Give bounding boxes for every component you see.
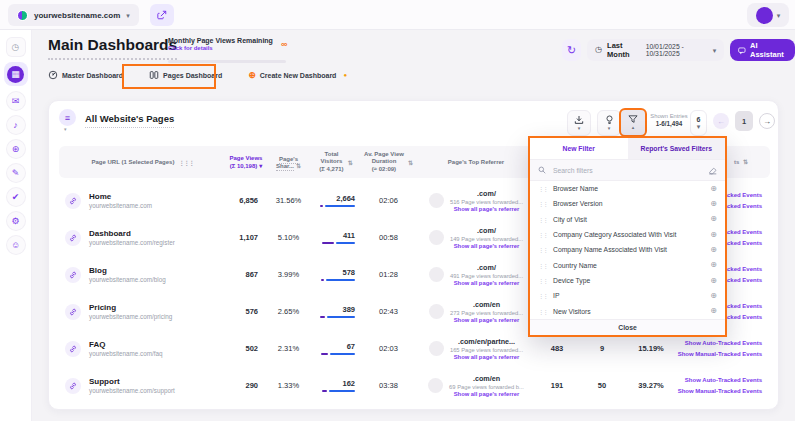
- referrer-domain[interactable]: .com/: [477, 263, 496, 272]
- insights-button[interactable]: ▾: [597, 110, 621, 136]
- pagination-next-button[interactable]: →: [759, 113, 775, 129]
- show-all-referrer-link[interactable]: Show all page's referrer: [454, 280, 520, 286]
- table-menu-icon[interactable]: ≡: [59, 109, 76, 126]
- drag-handle-icon[interactable]: ⋮⋮: [538, 277, 547, 284]
- add-filter-icon[interactable]: ⊕: [710, 292, 717, 300]
- column-av-duration[interactable]: Av. Page ViewDuration(≈ 02:09) ⇅: [361, 151, 416, 174]
- add-filter-icon[interactable]: ⊕: [710, 307, 717, 315]
- column-page-url[interactable]: Page URL (1 Selected Pages) ⋮⋮⋮: [59, 159, 226, 166]
- eraser-icon[interactable]: [708, 166, 717, 175]
- page-name[interactable]: Support: [89, 377, 175, 386]
- search-filters-input[interactable]: [551, 166, 703, 175]
- column-total-visitors[interactable]: TotalVisitors(Σ 4,271) ⇅: [311, 151, 361, 174]
- sidebar-item-notes[interactable]: ✎: [7, 164, 25, 182]
- link-icon[interactable]: [65, 193, 81, 209]
- link-icon[interactable]: [65, 341, 81, 357]
- sidebar-item-profile[interactable]: ☺: [7, 236, 25, 254]
- pagination-current-page[interactable]: 1: [735, 111, 753, 131]
- filter-item[interactable]: ⋮⋮Browser Name⊕: [530, 181, 725, 196]
- quota-details-link[interactable]: Click for details: [168, 45, 273, 51]
- drag-handle-icon[interactable]: ⋮⋮: [538, 246, 547, 253]
- filter-item[interactable]: ⋮⋮City of Visit⊕: [530, 212, 725, 227]
- filter-item[interactable]: ⋮⋮IP⊕: [530, 288, 725, 303]
- sort-icon: ⇅: [296, 163, 301, 169]
- sidebar-item-inbox[interactable]: ✉: [7, 92, 25, 110]
- drag-handle-icon[interactable]: ⋮⋮: [538, 292, 547, 299]
- refresh-button[interactable]: ↻: [562, 39, 581, 61]
- referrer-domain[interactable]: .com/en/partne...: [458, 337, 515, 346]
- add-filter-icon[interactable]: ⊕: [710, 200, 717, 208]
- date-range-picker[interactable]: ◷ Last Month 10/01/2025 - 10/31/2025 ▾: [587, 39, 724, 61]
- refresh-icon: ↻: [567, 44, 576, 57]
- column-top-referrer[interactable]: Page's Top Referrer: [416, 159, 536, 165]
- filter-item[interactable]: ⋮⋮Company Name Associated With Visit⊕: [530, 242, 725, 257]
- close-button[interactable]: Close: [530, 319, 725, 335]
- add-filter-icon[interactable]: ⊕: [710, 185, 717, 193]
- manual-tracked-events-link[interactable]: Show Manual-Tracked Events: [676, 386, 762, 397]
- link-icon[interactable]: [65, 304, 81, 320]
- link-icon[interactable]: [65, 230, 81, 246]
- column-page-share[interactable]: Page's Shar...⇅: [266, 156, 311, 169]
- filter-button[interactable]: ▴: [619, 108, 647, 137]
- page-name[interactable]: Blog: [89, 266, 166, 275]
- add-filter-icon[interactable]: ⊕: [710, 261, 717, 269]
- filter-item[interactable]: ⋮⋮New Visitors⊕: [530, 304, 725, 319]
- link-icon[interactable]: [65, 267, 81, 283]
- filter-item[interactable]: ⋮⋮Country Name⊕: [530, 258, 725, 273]
- referrer-domain[interactable]: .com/: [477, 189, 496, 198]
- filter-item[interactable]: ⋮⋮Browser Version⊕: [530, 196, 725, 211]
- tab-create-new-dashboard[interactable]: ⊕ Create New Dashboard ●: [248, 71, 347, 80]
- add-filter-icon[interactable]: ⊕: [710, 277, 717, 285]
- drag-handle-icon[interactable]: ⋮⋮: [538, 216, 547, 223]
- pagination-prev-button[interactable]: ←: [713, 113, 729, 129]
- ai-assistant-button[interactable]: AI Assistant: [730, 39, 795, 61]
- user-menu[interactable]: ▾: [747, 3, 789, 27]
- open-site-button[interactable]: [150, 4, 174, 26]
- page-name[interactable]: Dashboard: [89, 229, 175, 238]
- drag-handle-icon[interactable]: ⋮⋮: [538, 231, 547, 238]
- page-name[interactable]: Home: [89, 192, 152, 201]
- sidebar-item-integrations[interactable]: ⊛: [7, 140, 25, 158]
- tab-pages-dashboard[interactable]: Pages Dashboard: [149, 70, 222, 80]
- show-all-referrer-link[interactable]: Show all page's referrer: [454, 354, 520, 360]
- show-all-referrer-link[interactable]: Show all page's referrer: [454, 206, 520, 212]
- drag-handle-icon[interactable]: ⋮⋮: [538, 200, 547, 207]
- history-icon[interactable]: ◷: [7, 38, 25, 56]
- page-name[interactable]: FAQ: [89, 340, 163, 349]
- filter-item[interactable]: ⋮⋮Device Type⊕: [530, 273, 725, 288]
- tab-saved-filters[interactable]: Report's Saved Filters: [628, 138, 726, 159]
- add-filter-icon[interactable]: ⊕: [710, 215, 717, 223]
- referrer-domain[interactable]: .com/: [477, 226, 496, 235]
- drag-handle-icon[interactable]: ⋮⋮: [538, 308, 547, 315]
- page-name[interactable]: Pricing: [89, 303, 172, 312]
- sidebar-item-dashboards[interactable]: ▦: [4, 62, 28, 86]
- tab-master-dashboard[interactable]: Master Dashboard: [48, 70, 123, 80]
- avatar: [756, 7, 773, 24]
- column-settings-icon: ⋮⋮⋮: [178, 159, 193, 166]
- auto-tracked-events-link[interactable]: Show Auto-Tracked Events: [676, 375, 762, 386]
- show-all-referrer-link[interactable]: Show all page's referrer: [454, 391, 520, 397]
- column-page-views[interactable]: Page Views (Σ 10,198)▾: [226, 155, 266, 169]
- sidebar-item-security[interactable]: ✔: [7, 188, 25, 206]
- drag-handle-icon[interactable]: ⋮⋮: [538, 262, 547, 269]
- link-icon[interactable]: [65, 378, 81, 394]
- sidebar-item-audio[interactable]: ♪: [7, 116, 25, 134]
- page-url: yourwebsitename.com/faq: [89, 350, 163, 357]
- referrer-domain[interactable]: .com/en: [473, 374, 500, 383]
- manual-tracked-events-link[interactable]: Show Manual-Tracked Events: [676, 349, 762, 360]
- export-button[interactable]: ▾: [567, 110, 591, 136]
- add-filter-icon[interactable]: ⊕: [710, 246, 717, 254]
- add-filter-icon[interactable]: ⊕: [710, 231, 717, 239]
- referrer-domain[interactable]: .com/en: [473, 300, 500, 309]
- download-icon: [574, 116, 584, 125]
- auto-tracked-events-link[interactable]: Show Auto-Tracked Events: [676, 338, 762, 349]
- visitors-bar: [322, 390, 355, 393]
- filter-item[interactable]: ⋮⋮Company Category Associated With Visit…: [530, 227, 725, 242]
- show-all-referrer-link[interactable]: Show all page's referrer: [454, 317, 520, 323]
- page-size-select[interactable]: 6 ▾: [690, 110, 707, 136]
- sidebar-item-settings[interactable]: ⚙: [7, 212, 25, 230]
- tab-new-filter[interactable]: New Filter: [530, 138, 628, 159]
- show-all-referrer-link[interactable]: Show all page's referrer: [454, 243, 520, 249]
- site-selector[interactable]: yourwebsitename.com ▾: [8, 4, 139, 26]
- drag-handle-icon[interactable]: ⋮⋮: [538, 185, 547, 192]
